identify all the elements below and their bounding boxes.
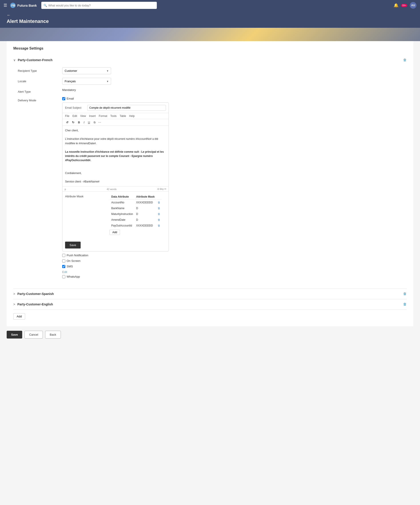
- email-line5: Service client - #BankName#: [65, 180, 166, 184]
- edit-link[interactable]: Edit: [62, 270, 407, 274]
- hamburger-icon[interactable]: ☰: [4, 3, 7, 8]
- add-attribute-button[interactable]: Add: [110, 230, 120, 235]
- on-screen-checkbox[interactable]: [62, 259, 65, 263]
- editor-menu: File Edit View Insert Format Tools Table…: [62, 113, 169, 119]
- email-checkbox-label: Email: [67, 97, 74, 100]
- attr-delete[interactable]: 🗑: [156, 211, 162, 217]
- search-input[interactable]: [49, 4, 154, 7]
- push-notification-row: Push Notification: [62, 254, 407, 257]
- delivery-mode-field: Email Email Subject File Edit: [62, 97, 407, 280]
- recipient-type-row: Recipient Type Customer Bank ▼: [18, 67, 407, 74]
- page-header: ← Alert Maintenance: [0, 11, 420, 28]
- attr-mask: XXXXDDDDD: [135, 200, 156, 205]
- recipient-type-field: Customer Bank ▼: [62, 67, 407, 74]
- accordion-spanish-header[interactable]: > Party-Customer-Spanish 🗑: [13, 289, 407, 299]
- back-arrow-icon[interactable]: ←: [7, 13, 413, 18]
- email-subject-input[interactable]: [87, 105, 166, 111]
- bold-button[interactable]: B: [77, 120, 81, 125]
- accordion-left: > Party-Customer-Spanish: [13, 292, 54, 296]
- accordion-left: > Party-Customer-English: [13, 303, 53, 306]
- col-data-attribute: Data Attribute: [110, 194, 134, 199]
- accordion-english-delete-icon[interactable]: 🗑: [403, 302, 407, 306]
- top-nav: ☰ FB Futura Bank 🔍 🔔 99+ AU: [0, 0, 420, 11]
- attr-delete[interactable]: 🗑: [156, 206, 162, 211]
- attr-name: BankName: [110, 206, 134, 211]
- accordion-french-label: Party-Customer-French: [18, 58, 52, 62]
- attribute-table: Data Attribute Attribute Mask AccountNo …: [110, 194, 162, 229]
- accordion-french-content: Recipient Type Customer Bank ▼ Locale: [13, 65, 407, 289]
- menu-help[interactable]: Help: [129, 114, 135, 118]
- alert-type-row: Alert Type Mandatory: [18, 88, 407, 93]
- undo-button[interactable]: ↺: [65, 120, 69, 125]
- attr-delete[interactable]: 🗑: [156, 200, 162, 205]
- attr-table-container: Data Attribute Attribute Mask AccountNo …: [110, 194, 162, 235]
- recipient-type-label: Recipient Type: [18, 67, 62, 72]
- menu-view[interactable]: View: [80, 114, 86, 118]
- on-screen-label: On Screen: [67, 259, 80, 263]
- whatsapp-checkbox[interactable]: [62, 275, 65, 278]
- attr-mask-row: Attribute Mask Data Attribute Attribute …: [65, 194, 166, 235]
- table-row: BankName D 🗑: [110, 206, 162, 211]
- menu-file[interactable]: File: [65, 114, 69, 118]
- back-button[interactable]: Back: [45, 331, 61, 339]
- recipient-type-select-wrapper: Customer Bank ▼: [62, 67, 111, 74]
- col-attribute-mask: Attribute Mask: [135, 194, 156, 199]
- save-button[interactable]: Save: [7, 331, 22, 339]
- email-editor-box: Email Subject File Edit View Insert Form…: [62, 102, 169, 251]
- accordion-spanish-delete-icon[interactable]: 🗑: [403, 292, 407, 296]
- accordion-english: > Party-Customer-English 🗑: [13, 299, 407, 310]
- search-bar[interactable]: 🔍: [41, 2, 157, 9]
- word-count: 42 words: [107, 188, 117, 190]
- push-notification-checkbox[interactable]: [62, 254, 65, 257]
- add-section-button[interactable]: Add: [13, 313, 25, 320]
- logo-text: Futura Bank: [17, 4, 37, 7]
- accordion-french: ∨ Party-Customer-French 🗑 Recipient Type…: [13, 55, 407, 289]
- accordion-left: ∨ Party-Customer-French: [13, 58, 52, 62]
- push-notification-label: Push Notification: [67, 254, 88, 257]
- sms-checkbox[interactable]: [62, 265, 65, 268]
- accordion-french-delete-icon[interactable]: 🗑: [403, 58, 407, 62]
- accordion-spanish: > Party-Customer-Spanish 🗑: [13, 289, 407, 299]
- email-line1: Cher client,: [65, 128, 166, 133]
- chevron-right-icon: >: [13, 303, 15, 306]
- whatsapp-label: WhatsApp: [67, 275, 80, 278]
- attr-delete[interactable]: 🗑: [156, 217, 162, 222]
- delivery-mode-label: Delivery Mode: [18, 97, 62, 102]
- avatar[interactable]: AU: [410, 2, 416, 9]
- menu-format[interactable]: Format: [99, 114, 107, 118]
- cancel-button[interactable]: Cancel: [25, 331, 43, 339]
- accordion-french-header[interactable]: ∨ Party-Customer-French 🗑: [13, 55, 407, 65]
- menu-edit[interactable]: Edit: [72, 114, 77, 118]
- email-save-button[interactable]: Save: [65, 242, 81, 248]
- whatsapp-row: WhatsApp: [62, 275, 407, 278]
- locale-label: Locale: [18, 78, 62, 83]
- sms-label: SMS: [67, 265, 73, 268]
- attr-mask-label: Attribute Mask: [65, 194, 110, 198]
- email-checkbox-row: Email: [62, 97, 407, 100]
- attr-mask: XXXXDDDDD: [135, 223, 156, 228]
- editor-toolbar: ↺ ↻ B I U S ···: [62, 119, 169, 126]
- menu-insert[interactable]: Insert: [89, 114, 96, 118]
- table-row: PayOutAccountId XXXXDDDDD 🗑: [110, 223, 162, 228]
- underline-button[interactable]: U: [87, 120, 91, 125]
- email-message-area[interactable]: Cher client, L'instruction d'échéance po…: [62, 126, 169, 187]
- locale-field: Français English Spanish ▼: [62, 78, 407, 85]
- col-action: [156, 194, 162, 199]
- menu-table[interactable]: Table: [120, 114, 126, 118]
- bottom-buttons: Save Cancel Back: [7, 331, 413, 339]
- email-checkbox[interactable]: [62, 97, 65, 100]
- bell-icon[interactable]: 🔔: [394, 3, 398, 8]
- recipient-type-select[interactable]: Customer Bank: [62, 67, 111, 74]
- menu-tools[interactable]: Tools: [110, 114, 117, 118]
- strikethrough-button[interactable]: S: [93, 120, 96, 125]
- main-content: Message Settings ∨ Party-Customer-French…: [7, 41, 413, 326]
- accordion-english-label: Party-Customer-English: [17, 303, 53, 306]
- accordion-english-header[interactable]: > Party-Customer-English 🗑: [13, 299, 407, 309]
- italic-button[interactable]: I: [83, 120, 85, 125]
- more-tools-button[interactable]: ···: [98, 120, 101, 125]
- attr-delete[interactable]: 🗑: [156, 223, 162, 228]
- attr-mask: D: [135, 211, 156, 217]
- notification-badge: 99+: [401, 4, 407, 7]
- locale-select[interactable]: Français English Spanish: [62, 78, 111, 85]
- redo-button[interactable]: ↻: [71, 120, 75, 125]
